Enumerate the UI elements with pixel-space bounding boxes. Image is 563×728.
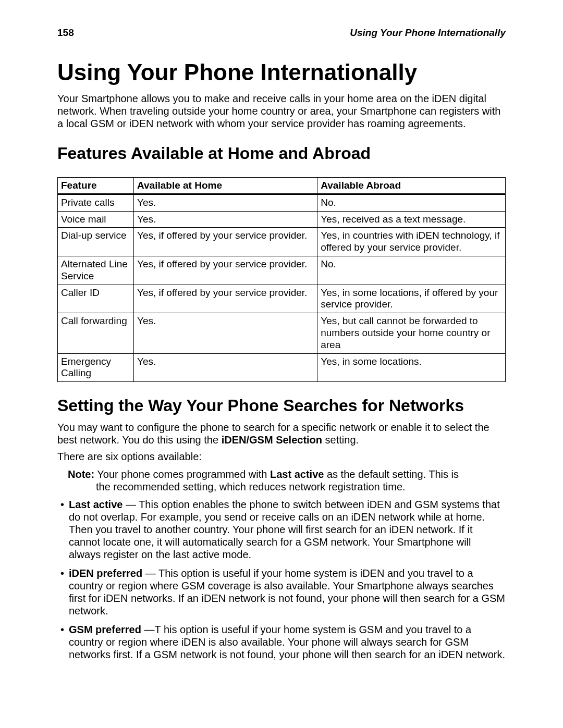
cell-feature: Voice mail	[58, 211, 134, 228]
networks-paragraph-1: You may want to configure the phone to s…	[57, 421, 506, 446]
networks-paragraph-2: There are six options available:	[57, 450, 506, 463]
option-name: Last active	[69, 499, 123, 510]
cell-home: Yes.	[134, 194, 317, 211]
options-list: Last active — This option enables the ph…	[57, 498, 506, 661]
cell-feature: Call forwarding	[58, 313, 134, 353]
cell-abroad: Yes, but call cannot be forwarded to num…	[317, 313, 506, 353]
cell-feature: Caller ID	[58, 285, 134, 313]
table-row: Dial-up service Yes, if offered by your …	[58, 228, 506, 256]
table-row: Call forwarding Yes. Yes, but call canno…	[58, 313, 506, 353]
table-row: Voice mail Yes. Yes, received as a text …	[58, 211, 506, 228]
bold-term: Last active	[270, 468, 324, 480]
cell-feature: Private calls	[58, 194, 134, 211]
table-row: Emergency Calling Yes. Yes, in some loca…	[58, 353, 506, 382]
col-home: Available at Home	[134, 177, 317, 194]
page-header: 158 Using Your Phone Internationally	[57, 27, 506, 39]
col-abroad: Available Abroad	[317, 177, 506, 194]
page-number: 158	[57, 27, 74, 39]
cell-feature: Alternated Line Service	[58, 256, 134, 285]
cell-abroad: Yes, in countries with iDEN technology, …	[317, 228, 506, 256]
note-label: Note:	[68, 468, 94, 480]
intro-paragraph: Your Smartphone allows you to make and r…	[57, 92, 506, 130]
list-item: GSM preferred —T his option is useful if…	[57, 623, 506, 661]
cell-home: Yes.	[134, 313, 317, 353]
cell-abroad: No.	[317, 256, 506, 285]
cell-home: Yes, if offered by your service provider…	[134, 256, 317, 285]
page-title: Using Your Phone Internationally	[57, 59, 506, 86]
text: Your phone comes programmed with	[97, 468, 270, 480]
document-page: 158 Using Your Phone Internationally Usi…	[0, 0, 563, 728]
option-name: GSM preferred	[69, 624, 141, 635]
cell-abroad: Yes, in some locations, if offered by yo…	[317, 285, 506, 313]
cell-home: Yes.	[134, 211, 317, 228]
table-row: Alternated Line Service Yes, if offered …	[58, 256, 506, 285]
list-item: iDEN preferred — This option is useful i…	[57, 567, 506, 617]
features-table: Feature Available at Home Available Abro…	[57, 177, 506, 382]
table-row: Caller ID Yes, if offered by your servic…	[58, 285, 506, 313]
cell-feature: Emergency Calling	[58, 353, 134, 382]
section-networks-heading: Setting the Way Your Phone Searches for …	[57, 397, 506, 415]
cell-abroad: Yes, received as a text message.	[317, 211, 506, 228]
bold-term: iDEN/GSM Selection	[222, 434, 322, 446]
note-block: Note: Your phone comes programmed with L…	[68, 468, 506, 493]
running-title: Using Your Phone Internationally	[350, 27, 506, 39]
col-feature: Feature	[58, 177, 134, 194]
list-item: Last active — This option enables the ph…	[57, 498, 506, 561]
cell-abroad: No.	[317, 194, 506, 211]
section-features-heading: Features Available at Home and Abroad	[57, 144, 506, 163]
text: as the default setting. This is	[324, 468, 459, 480]
note-body: Your phone comes programmed with Last ac…	[97, 468, 459, 480]
option-desc: — This option enables the phone to switc…	[69, 499, 500, 560]
cell-home: Yes.	[134, 353, 317, 382]
cell-abroad: Yes, in some locations.	[317, 353, 506, 382]
table-row: Private calls Yes. No.	[58, 194, 506, 211]
cell-feature: Dial-up service	[58, 228, 134, 256]
note-continuation: the recommended setting, which reduces n…	[96, 480, 506, 493]
option-name: iDEN preferred	[69, 567, 142, 579]
table-header-row: Feature Available at Home Available Abro…	[58, 177, 506, 194]
cell-home: Yes, if offered by your service provider…	[134, 228, 317, 256]
cell-home: Yes, if offered by your service provider…	[134, 285, 317, 313]
text: setting.	[322, 434, 359, 446]
